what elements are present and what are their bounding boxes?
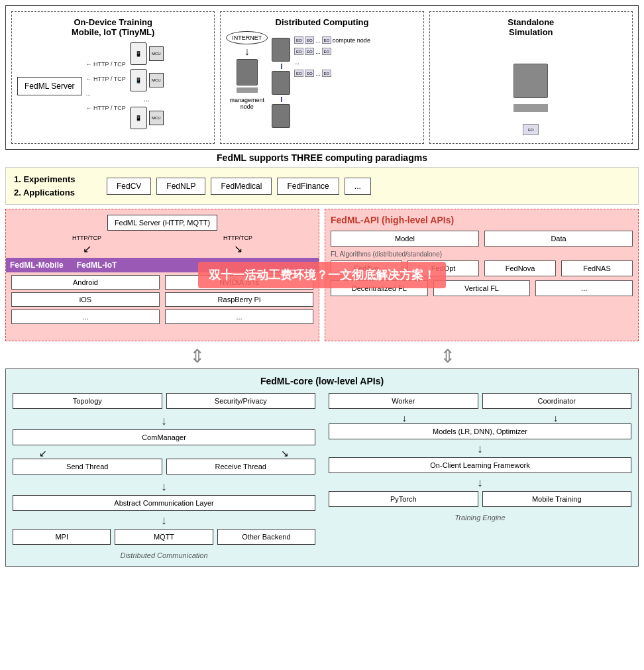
api-vertical: Vertical FL bbox=[433, 280, 531, 296]
arrows-column: ← HTTP / TCP ← HTTP / TCP ... ← HTTP / T… bbox=[86, 61, 126, 111]
models-box: Models (LR, DNN), Optimizer bbox=[329, 423, 631, 439]
arrow-up-down: ↙↘ bbox=[13, 448, 315, 459]
app-fedcv: FedCV bbox=[107, 178, 151, 195]
app-more: ... bbox=[345, 178, 371, 195]
standalone-inner: EO bbox=[435, 50, 627, 135]
platform-nvidia: NVIDIA IoTs bbox=[165, 275, 313, 290]
fedml-server-box: FedML Server bbox=[17, 77, 82, 95]
top-caption: FedML supports THREE computing paradiagm… bbox=[5, 152, 639, 163]
api-fednova: FedNova bbox=[484, 260, 556, 276]
arrow-down-5: ↓ bbox=[329, 476, 631, 490]
arrow-down-2: ↓ bbox=[13, 480, 315, 494]
api-title: FedML-API (high-level APIs) bbox=[331, 215, 633, 225]
app-fedfinance: FedFinance bbox=[277, 178, 339, 195]
paradigm2-title: Distributed Computing bbox=[226, 17, 417, 27]
mobile-device-1: 📱 bbox=[130, 42, 147, 65]
distributed-comm-label: Distributed Communication bbox=[13, 551, 315, 559]
dc-left: INTERNET ↓ managementnode bbox=[226, 31, 268, 110]
receive-thread-box: Receive Thread bbox=[166, 459, 316, 475]
http-tcp1: HTTP/TCP bbox=[72, 235, 101, 241]
mcu-chip-1: MCU bbox=[149, 46, 164, 61]
core-inner: Topology Security/Privacy ↓ ComManager ↙… bbox=[13, 393, 631, 559]
arrow-down-4: ↓ bbox=[329, 442, 631, 456]
dc-servers bbox=[272, 38, 290, 128]
send-thread-box: Send Thread bbox=[13, 459, 162, 475]
down-arrow-right: ⇕ bbox=[440, 345, 455, 367]
other-backend-box: Other Backend bbox=[217, 529, 315, 545]
api-fednas: FedNAS bbox=[561, 260, 633, 276]
bottom-section: FedML-core (low-level APIs) Topology Sec… bbox=[5, 368, 639, 567]
yellow-section: 1. Experiments 2. Applications FedCV Fed… bbox=[5, 167, 639, 205]
arrows-row: ⇕ ⇕ bbox=[5, 345, 639, 367]
mcu-chip-3: MCU bbox=[149, 111, 164, 125]
api-fedopt: FedOpt bbox=[407, 260, 479, 276]
abstract-comm-box: Abstract Communication Layer bbox=[13, 495, 315, 511]
app-fednlp: FedNLP bbox=[156, 178, 205, 195]
compute-rows: EO EO ... EO compute node EO EO ... EO .… bbox=[294, 36, 370, 77]
top-section: On-Device TrainingMobile, IoT (TinyML) F… bbox=[5, 5, 639, 150]
fedml-server-http: FedML Server (HTTP, MQTT) bbox=[107, 215, 217, 231]
core-left: Topology Security/Privacy ↓ ComManager ↙… bbox=[13, 393, 315, 559]
platform-android: Android bbox=[11, 275, 160, 290]
mobile-training-box: Mobile Training bbox=[482, 491, 632, 507]
http-tcp2: HTTP/TCP bbox=[223, 235, 252, 241]
api-fedavg: FedAvg bbox=[331, 260, 402, 276]
algorithm-row: FedAvg FedOpt FedNova FedNAS bbox=[331, 260, 633, 276]
http-labels: HTTP/TCP HTTP/TCP bbox=[11, 235, 313, 241]
api-more: ... bbox=[535, 280, 633, 296]
bottom-algo-row: Decentralized FL Vertical FL ... bbox=[331, 280, 633, 296]
mqtt-box: MQTT bbox=[115, 529, 213, 545]
main-container: On-Device TrainingMobile, IoT (TinyML) F… bbox=[0, 0, 644, 572]
on-client-box: On-Client Learning Framework bbox=[329, 457, 631, 473]
core-right: Worker Coordinator ↓↓ Models (LR, DNN), … bbox=[329, 393, 631, 559]
label1: 1. Experiments bbox=[14, 173, 100, 186]
coordinator-box: Coordinator bbox=[482, 393, 632, 409]
fedml-mobile-label: FedML-Mobile bbox=[10, 260, 64, 270]
fl-algorithms-label: FL Algorithms (distributed/standalone) bbox=[331, 251, 633, 258]
platform-ios: iOS bbox=[11, 292, 160, 307]
core-row-worker: Worker Coordinator bbox=[329, 393, 631, 412]
topology-box: Topology bbox=[13, 393, 162, 409]
mobile-column: 📱 MCU 📱 MCU ... 📱 MCU bbox=[130, 42, 164, 129]
down-arrows-right: ↓↓ bbox=[329, 413, 631, 423]
security-box: Security/Privacy bbox=[166, 393, 316, 409]
worker-box: Worker bbox=[329, 393, 478, 409]
com-manager-box: ComManager bbox=[13, 429, 315, 445]
mobile-device-3: 📱 bbox=[130, 107, 147, 129]
middle-right: FedML-API (high-level APIs) Model Data F… bbox=[325, 209, 639, 341]
app-fedmedical: FedMedical bbox=[211, 178, 272, 195]
paradigm1-title: On-Device TrainingMobile, IoT (TinyML) bbox=[17, 17, 209, 37]
paradigm-ondevice: On-Device TrainingMobile, IoT (TinyML) F… bbox=[11, 11, 215, 144]
api-decentralized: Decentralized FL bbox=[331, 280, 428, 296]
api-data-box: Data bbox=[484, 231, 633, 247]
yellow-labels: 1. Experiments 2. Applications bbox=[14, 173, 100, 199]
middle-section: FedML Server (HTTP, MQTT) HTTP/TCP HTTP/… bbox=[5, 209, 639, 341]
mpi-box: MPI bbox=[13, 529, 111, 545]
api-model-box: Model bbox=[331, 231, 479, 247]
middle-wrapper: FedML Server (HTTP, MQTT) HTTP/TCP HTTP/… bbox=[5, 209, 639, 341]
label2: 2. Applications bbox=[14, 186, 100, 199]
core-title: FedML-core (low-level APIs) bbox=[13, 376, 631, 386]
management-label: managementnode bbox=[230, 97, 265, 110]
platform-mobile-more: ... bbox=[11, 309, 160, 324]
core-row-threads: Send Thread Receive Thread bbox=[13, 459, 315, 477]
paradigm-distributed: Distributed Computing INTERNET ↓ managem… bbox=[220, 11, 423, 144]
mobile-col: Android iOS ... bbox=[11, 275, 160, 324]
distributed-inner: INTERNET ↓ managementnode bbox=[226, 31, 417, 128]
platform-raspberry: RaspBerry Pi bbox=[165, 292, 313, 307]
fedml-iot-label: FedML-IoT bbox=[77, 260, 117, 270]
paradigm-standalone: StandaloneSimulation EO bbox=[429, 11, 633, 144]
iot-col: NVIDIA IoTs RaspBerry Pi ... bbox=[165, 275, 313, 324]
purple-bar: FedML-Mobile FedML-IoT bbox=[6, 258, 319, 272]
platform-iot-more: ... bbox=[165, 309, 313, 324]
arrow-down-3: ↓ bbox=[13, 514, 315, 528]
training-engine-label: Training Engine bbox=[329, 514, 631, 522]
middle-left: FedML Server (HTTP, MQTT) HTTP/TCP HTTP/… bbox=[5, 209, 319, 341]
pytorch-box: PyTorch bbox=[329, 491, 478, 507]
core-row-pytorch: PyTorch Mobile Training bbox=[329, 491, 631, 510]
mcu-chip-2: MCU bbox=[149, 73, 164, 87]
core-row-topology: Topology Security/Privacy bbox=[13, 393, 315, 412]
core-row-backends: MPI MQTT Other Backend bbox=[13, 529, 315, 547]
down-arrow-left: ⇕ bbox=[189, 345, 205, 367]
down-arrows-mid: ↙↘ bbox=[11, 243, 313, 255]
